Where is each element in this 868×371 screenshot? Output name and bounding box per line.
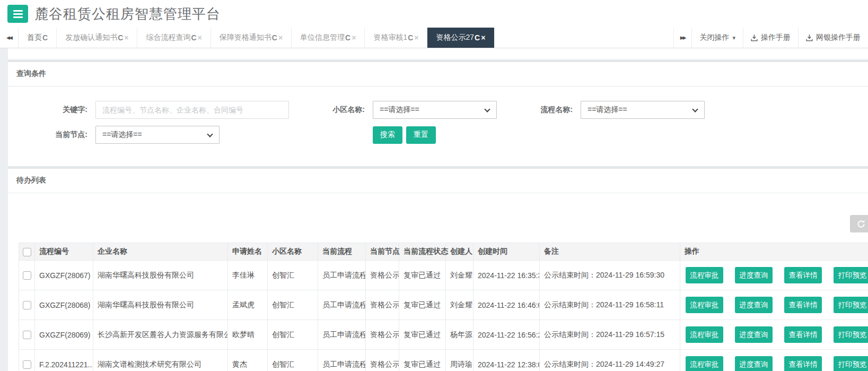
approve-button[interactable]: 流程审批 [686, 326, 723, 343]
reset-button[interactable]: 重置 [406, 126, 436, 144]
hamburger-menu-button[interactable] [7, 5, 28, 23]
cell-code: GXGZF(28069) [35, 320, 93, 350]
row-checkbox[interactable] [23, 271, 31, 280]
select-all-checkbox[interactable] [23, 248, 31, 256]
tab-close-icon[interactable]: × [352, 33, 356, 42]
progress-query-button[interactable]: 进度查询 [735, 356, 773, 371]
community-select-value: ==请选择== [380, 105, 419, 115]
print-preview-button[interactable]: 打印预览 [834, 326, 868, 343]
query-panel: 查询条件 关键字: 小区名称: ==请选择== 流程名称: ==请选择== 当前… [8, 59, 868, 161]
approve-button[interactable]: 流程审批 [686, 356, 723, 371]
column-header: 申请姓名 [228, 243, 268, 261]
cell-company: 湖南华曙高科技股份有限公司 [93, 261, 228, 290]
tab-6[interactable]: 资格审核1C× [365, 28, 427, 48]
tab-label: 发放确认通知书 [65, 33, 117, 42]
column-header: 流程编号 [35, 243, 93, 261]
tab-refresh-icon[interactable]: C [408, 33, 413, 42]
close-operations-label: 关闭操作 [699, 33, 729, 42]
tab-4[interactable]: 保障资格通知书C× [211, 28, 292, 48]
cell-code: F.2.202411221... [35, 350, 93, 371]
print-preview-button[interactable]: 打印预览 [834, 297, 868, 313]
tab-5[interactable]: 单位信息管理C× [292, 28, 365, 48]
tab-refresh-icon[interactable]: C [475, 33, 480, 42]
tab-close-icon[interactable]: × [481, 33, 485, 42]
chevron-down-icon: ▾ [732, 34, 735, 41]
view-detail-button[interactable]: 查看详情 [784, 267, 822, 283]
download-icon [751, 34, 758, 41]
tab-bar: ◀◀ 首页C发放确认通知书C×综合流程查询C×保障资格通知书C×单位信息管理C×… [0, 28, 868, 48]
process-name-select[interactable]: ==请选择== [581, 101, 705, 119]
row-checkbox[interactable] [23, 331, 31, 339]
manual-label: 操作手册 [761, 33, 791, 42]
tab-close-icon[interactable]: × [198, 33, 202, 42]
query-form-row-2: 当前节点: ==请选择== 搜索 重置 [8, 126, 868, 161]
todo-table-wrapper: 流程编号企业名称申请姓名小区名称当前流程当前节点当前流程状态创建人创建时间备注操… [8, 243, 868, 371]
progress-query-button[interactable]: 进度查询 [735, 326, 773, 343]
tab-7[interactable]: 资格公示27C× [427, 28, 494, 48]
tab-refresh-icon[interactable]: C [345, 33, 350, 42]
tabs-scroll-right-button[interactable]: ▶▶ [673, 28, 692, 48]
view-detail-button[interactable]: 查看详情 [784, 297, 822, 313]
print-preview-button[interactable]: 打印预览 [834, 356, 868, 371]
community-select[interactable]: ==请选择== [373, 101, 497, 119]
cell-community: 创智汇 [268, 261, 318, 290]
search-button[interactable]: 搜索 [373, 126, 402, 144]
node-select-value: ==请选择== [102, 130, 142, 140]
tab-1[interactable]: 首页C [19, 28, 57, 48]
process-select-value: ==请选择== [588, 105, 627, 115]
cell-created: 2024-11-22 16:35:33 [474, 261, 540, 290]
progress-query-button[interactable]: 进度查询 [735, 267, 773, 283]
view-detail-button[interactable]: 查看详情 [784, 326, 822, 343]
todo-table: 流程编号企业名称申请姓名小区名称当前流程当前节点当前流程状态创建人创建时间备注操… [19, 243, 868, 371]
table-row: GXGZF(28069)长沙高新开发区麓谷人力资源服务有限公司欧梦晴创智汇员工申… [19, 320, 868, 350]
bank-manual-download-button[interactable]: 网银操作手册 [798, 28, 868, 48]
cell-creator: 刘金耀 [446, 290, 474, 320]
download-icon [806, 34, 813, 41]
cell-node: 资格公示 [366, 350, 399, 371]
tab-refresh-icon[interactable]: C [191, 33, 196, 42]
refresh-table-button[interactable] [850, 215, 868, 232]
tab-close-icon[interactable]: × [124, 33, 128, 42]
cell-process: 员工申请流程 [318, 350, 366, 371]
column-header: 当前流程状态 [399, 243, 446, 261]
progress-query-button[interactable]: 进度查询 [735, 297, 773, 313]
tab-2[interactable]: 发放确认通知书C× [57, 28, 137, 48]
tab-label: 保障资格通知书 [220, 33, 271, 42]
tab-refresh-icon[interactable]: C [272, 33, 277, 42]
cell-remark: 公示结束时间：2024-11-29 16:57:15 [540, 320, 680, 350]
cell-created: 2024-11-22 12:38:00 [474, 350, 540, 371]
tab-close-icon[interactable]: × [414, 33, 418, 42]
tab-close-icon[interactable]: × [278, 33, 283, 42]
manual-download-button[interactable]: 操作手册 [743, 28, 798, 48]
keyword-input[interactable] [95, 101, 289, 119]
current-node-select[interactable]: ==请选择== [95, 126, 220, 144]
tab-label: 首页 [27, 33, 42, 42]
view-detail-button[interactable]: 查看详情 [784, 356, 822, 371]
cell-process: 员工申请流程 [318, 290, 366, 320]
tab-refresh-icon[interactable]: C [118, 33, 123, 42]
cell-process: 员工申请流程 [318, 261, 366, 290]
todo-panel: 待办列表 流程编号企业名称申请姓名小区名称当前流程当前节点当前流程状态创建人创建… [8, 166, 868, 371]
tab-3[interactable]: 综合流程查询C× [137, 28, 211, 48]
title-bar: 麓谷租赁公租房智慧管理平台 [0, 0, 868, 28]
column-header: 创建时间 [474, 243, 540, 261]
table-row: F.2.202411221...湖南文谱检测技术研究有限公司黄杰创智汇员工申请流… [19, 350, 868, 371]
table-toolbar [8, 193, 868, 243]
cell-applicant: 李佳琳 [228, 261, 268, 290]
cell-node: 资格公示 [366, 320, 399, 350]
cell-remark: 公示结束时间：2024-11-29 16:59:30 [540, 261, 680, 290]
table-header-row: 流程编号企业名称申请姓名小区名称当前流程当前节点当前流程状态创建人创建时间备注操… [19, 243, 868, 261]
row-checkbox[interactable] [23, 360, 31, 369]
tabs-scroll-left-button[interactable]: ◀◀ [0, 28, 19, 48]
approve-button[interactable]: 流程审批 [686, 297, 723, 313]
cell-process: 员工申请流程 [318, 320, 366, 350]
cell-remark: 公示结束时间：2024-11-29 14:49:27 [540, 350, 680, 371]
tab-refresh-icon[interactable]: C [42, 33, 48, 42]
cell-operations: 流程审批进度查询查看详情打印预览 [680, 261, 868, 290]
cell-status: 复审已通过 [399, 290, 446, 320]
approve-button[interactable]: 流程审批 [686, 267, 723, 283]
cell-community: 创智汇 [268, 290, 318, 320]
row-checkbox[interactable] [23, 301, 31, 309]
print-preview-button[interactable]: 打印预览 [834, 267, 868, 283]
close-operations-dropdown[interactable]: 关闭操作 ▾ [691, 28, 743, 48]
